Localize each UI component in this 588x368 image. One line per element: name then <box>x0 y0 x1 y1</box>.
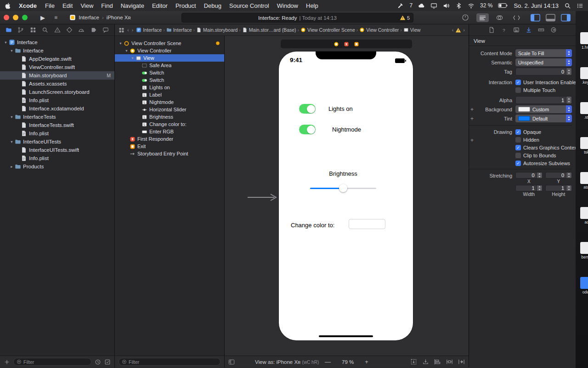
stretching-y-field[interactable]: 0 <box>545 172 572 178</box>
inspector-tab-connections[interactable] <box>550 27 557 33</box>
add-tint-variation-button[interactable]: + <box>470 116 474 121</box>
interaction-user-interaction-enabled[interactable]: ✓User Interaction Enabled <box>515 80 579 85</box>
drawing-clip-to-bounds[interactable]: Clip to Bounds <box>515 153 578 158</box>
navigator-tab-source-control[interactable] <box>17 27 24 33</box>
navigator-tab-debug[interactable] <box>78 27 85 33</box>
navigator-row[interactable]: ▾InterfaceTests <box>0 113 114 121</box>
disclosure-triangle-icon[interactable]: ▾ <box>9 48 15 53</box>
navigator-row[interactable]: ▸Products <box>0 162 114 171</box>
outline-row[interactable]: ▾View Controller <box>115 47 224 54</box>
drawing-opaque[interactable]: ✓Opaque <box>515 129 578 135</box>
zoom-level[interactable]: 79 % <box>342 359 354 365</box>
inspector-toggle-button[interactable] <box>560 14 571 22</box>
desktop-file[interactable]: ad <box>580 207 588 224</box>
outline-row[interactable]: ▾View Controller Scene <box>115 40 224 47</box>
semantic-dropdown[interactable]: Unspecified <box>515 58 572 66</box>
navigator-tab-breakpoints[interactable] <box>90 27 97 33</box>
navigator-row[interactable]: ▾InterfaceUITests <box>0 138 114 146</box>
checkbox-hidden[interactable] <box>515 137 521 143</box>
outline-row[interactable]: Safe Area <box>115 62 224 69</box>
hammer-icon[interactable] <box>397 2 404 9</box>
menu-edit[interactable]: Edit <box>62 2 73 9</box>
zoom-in-button[interactable]: + <box>365 358 368 365</box>
stepper-icon[interactable] <box>566 68 571 75</box>
navigator-row[interactable]: Info.plist <box>0 154 114 162</box>
embed-icon[interactable] <box>422 358 429 365</box>
disclosure-triangle-icon[interactable]: ▾ <box>118 41 124 46</box>
breadcrumb-item-interface[interactable]: Interface <box>166 27 192 33</box>
tag-field[interactable]: 0 <box>515 68 572 75</box>
menu-source-control[interactable]: Source Control <box>229 2 269 9</box>
outline-row[interactable]: LLabel <box>115 91 224 98</box>
spotlight-icon[interactable] <box>564 2 571 9</box>
navigator-row[interactable]: LaunchScreen.storyboard <box>0 88 114 96</box>
exit-dock-icon[interactable] <box>354 41 359 47</box>
add-button[interactable] <box>4 359 10 365</box>
desktop-file[interactable]: .key <box>580 67 588 85</box>
activity-circle-icon[interactable] <box>462 14 469 21</box>
notification-center-icon[interactable] <box>577 2 583 9</box>
disclosure-triangle-icon[interactable]: ▸ <box>9 164 15 169</box>
stepper-icon[interactable] <box>537 185 542 191</box>
navigator-row[interactable]: ViewController.swift <box>0 63 114 71</box>
inspector-tab-attributes[interactable] <box>526 27 532 33</box>
content-mode-dropdown[interactable]: Scale To Fill <box>515 49 572 57</box>
navigator-row[interactable]: AppDelegate.swift <box>0 55 114 63</box>
zoom-window-button[interactable] <box>22 15 28 20</box>
minimize-window-button[interactable] <box>13 15 18 20</box>
related-items-icon[interactable] <box>119 27 124 33</box>
outline-row[interactable]: Switch <box>115 69 224 76</box>
recent-files-icon[interactable] <box>95 359 101 365</box>
desktop-file[interactable]: tsk <box>580 137 588 155</box>
menu-view[interactable]: View <box>80 2 93 9</box>
background-color-dropdown[interactable]: Custom <box>515 105 572 113</box>
standard-editor-button[interactable] <box>476 13 489 22</box>
menu-help[interactable]: Help <box>306 2 318 9</box>
inspector-tab-quick-help[interactable]: ? <box>501 27 507 33</box>
breadcrumb-item-interface[interactable]: Interface <box>136 27 162 33</box>
outline-row[interactable]: Switch <box>115 76 224 84</box>
stretching-height-field[interactable]: 1 <box>545 185 572 191</box>
menu-window[interactable]: Window <box>277 2 298 9</box>
navigator-filter-field[interactable]: Filter <box>13 358 91 366</box>
drawing-clears-graphics-context[interactable]: ✓Clears Graphics Context <box>515 145 578 150</box>
navigator-tab-tests[interactable] <box>66 27 73 33</box>
drawing-hidden[interactable]: Hidden <box>515 137 578 143</box>
disclosure-triangle-icon[interactable]: ▾ <box>124 48 130 53</box>
brightness-slider[interactable] <box>310 184 376 193</box>
document-outline-toggle[interactable] <box>228 359 235 365</box>
navigator-toggle-button[interactable] <box>530 14 541 22</box>
breadcrumb-item-view-controller-scene[interactable]: View Controller Scene <box>300 27 355 33</box>
navigator-tab-issues[interactable] <box>54 27 61 33</box>
desktop-file[interactable]: ode <box>580 277 588 294</box>
drawing-autoresize-subviews[interactable]: ✓Autoresize Subviews <box>515 161 578 166</box>
disclosure-triangle-icon[interactable]: ▾ <box>130 56 136 60</box>
outline-row[interactable]: LNightmode <box>115 98 224 106</box>
view-as-control[interactable]: View as: iPhone Xʀ (wC hR) <box>255 359 319 365</box>
stepper-icon[interactable] <box>566 172 571 178</box>
iphone-xr-canvas[interactable]: 9:41 Lights on Nightmode Brightness <box>279 52 413 340</box>
view-controller-dock-icon[interactable] <box>334 41 339 47</box>
back-button[interactable]: ‹ <box>127 27 129 33</box>
outline-row[interactable]: ▾View <box>115 54 224 62</box>
forward-button[interactable]: › <box>132 27 134 33</box>
cloud-icon[interactable] <box>418 2 425 9</box>
desktop-file[interactable]: bers <box>580 242 588 259</box>
stretching-width-field[interactable]: 1 <box>515 185 543 191</box>
interaction-multiple-touch[interactable]: Multiple Touch <box>515 87 579 93</box>
display-icon[interactable] <box>430 2 437 9</box>
desktop-file[interactable]: .stl <box>580 102 588 120</box>
navigator-row[interactable]: InterfaceTests.swift <box>0 121 114 129</box>
breadcrumb-item-view[interactable]: View <box>403 27 421 33</box>
menu-editor[interactable]: Editor <box>152 2 168 9</box>
storyboard-canvas[interactable]: 9:41 Lights on Nightmode Brightness <box>225 36 469 356</box>
navigator-row[interactable]: ▾Interface <box>0 38 114 46</box>
debug-area-toggle-button[interactable] <box>545 14 556 22</box>
menu-clock[interactable]: So. 2. Juni 14:13 <box>514 2 559 9</box>
checkbox-clears-graphics-context[interactable]: ✓ <box>515 145 521 150</box>
navigator-tab-symbols[interactable] <box>30 27 36 33</box>
menu-debug[interactable]: Debug <box>204 2 221 9</box>
navigator-row[interactable]: Info.plist <box>0 129 114 138</box>
outline-row[interactable]: First Responder <box>115 135 224 143</box>
checkbox-multiple-touch[interactable] <box>515 87 521 93</box>
